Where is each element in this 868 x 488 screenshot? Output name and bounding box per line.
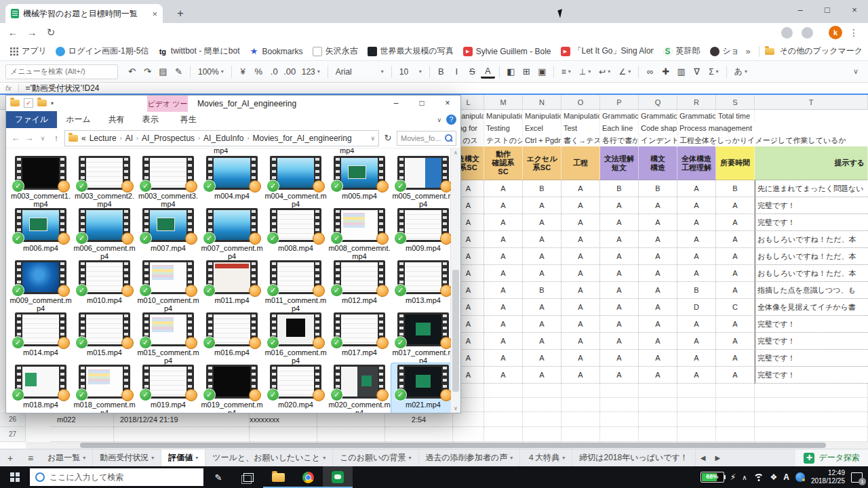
- file-item[interactable]: ✓m007.mp4: [136, 207, 200, 259]
- comment-cell[interactable]: おもしろいですね！ただ、本: [755, 248, 868, 265]
- grade-cell[interactable]: A: [523, 265, 561, 282]
- undo-button[interactable]: ↶: [125, 64, 139, 80]
- redo-button[interactable]: ↷: [140, 64, 155, 80]
- grade-cell[interactable]: A: [677, 248, 716, 265]
- grade-cell[interactable]: A: [639, 299, 677, 316]
- tab-scroll-right-icon[interactable]: ▶: [711, 454, 726, 462]
- empty-cell[interactable]: [523, 398, 561, 412]
- bold-button[interactable]: B: [434, 64, 448, 80]
- grade-cell[interactable]: A: [639, 316, 677, 333]
- row27-cell[interactable]: [250, 427, 317, 442]
- comment-cell[interactable]: 全体像を見据えてイチから書: [755, 299, 868, 316]
- file-item[interactable]: ✓m020_comment.mp4: [328, 363, 391, 413]
- grade-cell[interactable]: A: [677, 367, 716, 384]
- empty-cell[interactable]: [600, 398, 639, 412]
- ink-workspace-button[interactable]: ✎: [203, 466, 233, 488]
- functions-select[interactable]: Σ▾: [705, 64, 722, 80]
- grade-cell[interactable]: A: [484, 350, 523, 367]
- colored-header-cell[interactable]: 工程: [561, 146, 600, 180]
- zoom-select[interactable]: 100%▾: [195, 64, 227, 80]
- colored-header-cell[interactable]: 動作 確認系 SC: [484, 146, 523, 180]
- toolbar-collapse-icon[interactable]: ∨: [853, 67, 863, 76]
- ribbon-tab[interactable]: 再生: [172, 111, 205, 128]
- empty-cell[interactable]: [639, 398, 677, 412]
- ribbon-tab[interactable]: 共有: [100, 111, 134, 128]
- header-cell[interactable]: 各行で書か: [600, 134, 639, 146]
- empty-cell[interactable]: [484, 398, 523, 412]
- file-item[interactable]: ✓m017_comment.mp4: [391, 311, 451, 363]
- file-item[interactable]: ✓m009.mp4: [391, 207, 451, 259]
- empty-cell[interactable]: [677, 384, 716, 398]
- power-plug-icon[interactable]: ⚡: [730, 472, 736, 482]
- nav-recent-icon[interactable]: ∨: [37, 135, 48, 142]
- file-item[interactable]: ✓m018.mp4: [9, 363, 73, 413]
- header-cell[interactable]: Ctrl + Pgdn: [523, 134, 561, 146]
- bookmark-item[interactable]: 世界最大規模の写真: [363, 43, 458, 59]
- reload-icon[interactable]: ↻: [43, 25, 58, 40]
- colored-header-cell[interactable]: 所要時間: [716, 146, 755, 180]
- header-cell[interactable]: Excel: [523, 122, 561, 134]
- header-cell[interactable]: Each line: [600, 122, 639, 134]
- format-currency-button[interactable]: ¥: [236, 64, 250, 80]
- window-maximize-button[interactable]: □: [814, 0, 841, 20]
- new-folder-icon[interactable]: [37, 100, 47, 106]
- colored-header-cell[interactable]: 構文 構造: [639, 146, 677, 180]
- grade-cell[interactable]: A: [639, 282, 677, 299]
- sheet-tab[interactable]: ４大特典▾: [520, 449, 572, 467]
- grade-cell[interactable]: A: [561, 197, 600, 214]
- grade-cell[interactable]: A: [484, 282, 523, 299]
- file-item[interactable]: ✓m013.mp4: [391, 259, 451, 311]
- header-cell[interactable]: Manipulatio: [561, 110, 600, 122]
- file-item[interactable]: ✓m012.mp4: [328, 259, 391, 311]
- refresh-icon[interactable]: ↻: [382, 133, 394, 143]
- file-item[interactable]: ✓m010.mp4: [73, 259, 136, 311]
- grade-cell[interactable]: A: [600, 214, 639, 231]
- horizontal-align-select[interactable]: ≡▾: [558, 64, 574, 80]
- grade-cell[interactable]: A: [561, 299, 600, 316]
- grade-cell[interactable]: A: [716, 367, 755, 384]
- dropbox-icon[interactable]: ❖: [770, 472, 778, 482]
- row27-cell[interactable]: [639, 427, 677, 442]
- empty-cell[interactable]: [600, 384, 639, 398]
- file-item[interactable]: ✓m020.mp4: [264, 363, 328, 413]
- browser-tab[interactable]: 機械学習のお題と目標時間一覧 ×: [5, 4, 163, 23]
- other-bookmarks[interactable]: その他のブックマーク: [780, 45, 863, 57]
- row26-cell[interactable]: [600, 412, 639, 427]
- scrollbar-thumb[interactable]: [452, 270, 459, 391]
- grade-cell[interactable]: A: [716, 214, 755, 231]
- row27-cell[interactable]: [453, 427, 484, 442]
- comment-cell[interactable]: 完璧です！: [755, 367, 868, 384]
- file-item[interactable]: ✓m016_comment.mp4: [264, 311, 328, 363]
- grade-cell[interactable]: A: [600, 231, 639, 248]
- header-cell[interactable]: 書く→テス: [561, 134, 600, 146]
- merge-cells-button[interactable]: ▣: [535, 64, 549, 80]
- window-close-button[interactable]: ×: [841, 0, 868, 20]
- sheet-tab[interactable]: 評価値▾: [161, 449, 205, 467]
- profile-avatar[interactable]: k: [829, 26, 842, 39]
- file-item[interactable]: ✓m005.mp4: [328, 155, 391, 207]
- address-dropdown-icon[interactable]: ∨: [370, 135, 375, 142]
- file-item[interactable]: ✓m003_comment2.mp4: [73, 155, 136, 207]
- column-header-N[interactable]: N: [523, 95, 561, 110]
- sheet-tab[interactable]: お題一覧▾: [41, 449, 93, 467]
- comment-cell[interactable]: 完璧です！: [755, 197, 868, 214]
- grade-cell[interactable]: A: [677, 180, 716, 197]
- ime-indicator[interactable]: A: [783, 472, 789, 482]
- grade-cell[interactable]: A: [484, 299, 523, 316]
- row26-cell[interactable]: [453, 412, 484, 427]
- strikethrough-button[interactable]: S: [465, 64, 479, 80]
- hidden-icons-chevron[interactable]: ∧: [742, 474, 747, 481]
- grade-cell[interactable]: A: [523, 248, 561, 265]
- formula-input[interactable]: ='動画受付状況'!D24: [26, 83, 100, 94]
- column-header-O[interactable]: O: [561, 95, 600, 110]
- row26-cell[interactable]: [317, 412, 385, 427]
- header-cell[interactable]: Total time: [716, 110, 755, 122]
- increase-decimals-button[interactable]: .00: [283, 64, 297, 80]
- grade-cell[interactable]: A: [561, 316, 600, 333]
- properties-check-icon[interactable]: ✓: [24, 98, 33, 108]
- grade-cell[interactable]: D: [677, 299, 716, 316]
- file-item[interactable]: ✓m006.mp4: [9, 207, 73, 259]
- grade-cell[interactable]: B: [716, 180, 755, 197]
- window-minimize-button[interactable]: –: [787, 0, 814, 20]
- grade-cell[interactable]: A: [639, 248, 677, 265]
